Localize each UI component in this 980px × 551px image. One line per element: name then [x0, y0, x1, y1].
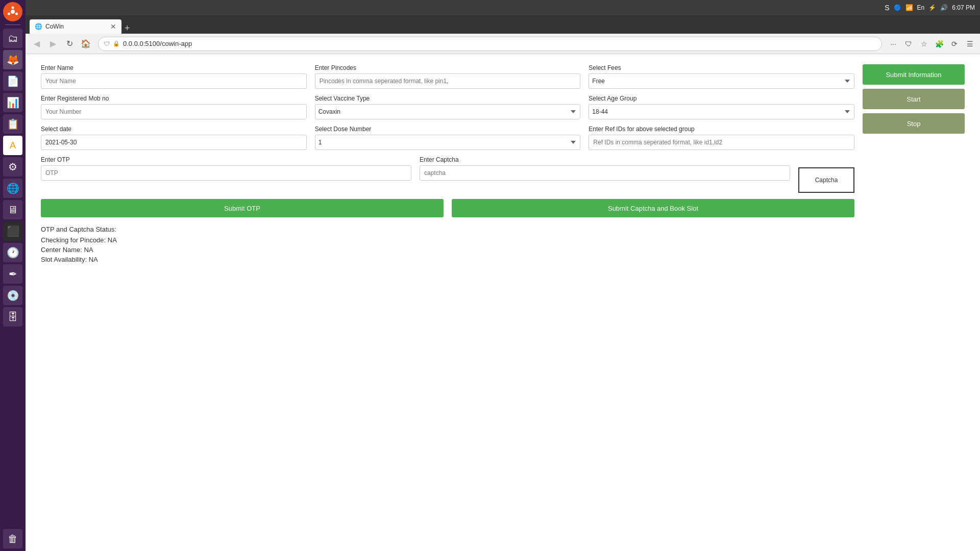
select-vaccine-dropdown[interactable]: Covaxin Covishield Sputnik V — [315, 104, 581, 119]
enter-otp-label: Enter OTP — [41, 156, 411, 163]
storage-icon[interactable]: 🗄 — [3, 307, 22, 327]
text-editor-icon[interactable]: 📄 — [3, 71, 22, 91]
tab-bar: 🌐 CoWin ✕ + — [26, 15, 980, 34]
enter-mob-input[interactable] — [41, 104, 307, 119]
tab-favicon: 🌐 — [35, 23, 42, 30]
page-content: Enter Name Enter Pincodes Select Fees Fr… — [26, 54, 980, 551]
name-group: Enter Name — [41, 64, 307, 89]
home-button[interactable]: 🏠 — [79, 37, 93, 51]
open-menu-button[interactable]: ☰ — [964, 38, 976, 50]
enter-otp-input[interactable] — [41, 165, 411, 181]
ref-ids-group: Enter Ref IDs for above selected group — [589, 126, 854, 150]
lang-indicator: En — [917, 4, 925, 11]
tab-close-button[interactable]: ✕ — [110, 22, 116, 31]
otp-captcha-row: Enter OTP Enter Captcha . Captcha — [41, 156, 854, 193]
toolbar-right: ··· 🛡 ☆ 🧩 ⟳ ☰ — [887, 38, 976, 50]
terminal-icon[interactable]: ⬛ — [3, 221, 22, 241]
settings-icon[interactable]: ⚙ — [3, 157, 22, 177]
select-date-label: Select date — [41, 126, 307, 133]
address-bar-container: 🛡 🔒 — [98, 37, 882, 51]
fees-group: Select Fees Free Paid — [589, 64, 854, 89]
clock-display: 6:07 PM — [952, 4, 975, 11]
status-title: OTP and Captcha Status: — [41, 226, 854, 233]
enter-ref-ids-input[interactable] — [589, 135, 854, 150]
svg-point-3 — [15, 13, 18, 15]
system-tray: S 🔵 📶 En ⚡ 🔊 6:07 PM — [26, 0, 980, 15]
form-row-2: Enter Registered Mob no Select Vaccine T… — [41, 95, 854, 119]
submit-buttons-row: Submit OTP Submit Captcha and Book Slot — [41, 199, 854, 217]
form-row-3: Select date Select Dose Number 1 2 Enter… — [41, 126, 854, 150]
screen-icon[interactable]: 🖥 — [3, 200, 22, 219]
extensions-button[interactable]: 🧩 — [933, 38, 945, 50]
impress-icon[interactable]: 📋 — [3, 114, 22, 134]
dose-group: Select Dose Number 1 2 — [315, 126, 581, 150]
firefox-icon[interactable]: 🦊 — [3, 50, 22, 69]
amazon-icon[interactable]: A — [3, 136, 22, 155]
status-section: OTP and Captcha Status: Checking for Pin… — [41, 226, 854, 263]
captcha-label: Captcha — [815, 177, 838, 184]
taskbar-separator-1 — [5, 24, 20, 25]
new-tab-button[interactable]: + — [125, 23, 130, 34]
lock-icon: 🔒 — [113, 40, 120, 47]
select-age-label: Select Age Group — [589, 95, 854, 102]
enter-captcha-input[interactable] — [420, 165, 790, 181]
enter-pincodes-input[interactable] — [315, 73, 581, 89]
age-group: Select Age Group 18-44 45+ — [589, 95, 854, 119]
select-dose-label: Select Dose Number — [315, 126, 581, 133]
select-date-input[interactable] — [41, 135, 307, 150]
more-tools-button[interactable]: ··· — [887, 38, 899, 50]
clock-icon[interactable]: 🕐 — [3, 243, 22, 262]
back-button[interactable]: ◀ — [30, 37, 44, 51]
browser-tab[interactable]: 🌐 CoWin ✕ — [30, 19, 121, 34]
stop-button[interactable]: Stop — [863, 113, 965, 134]
vaccine-group: Select Vaccine Type Covaxin Covishield S… — [315, 95, 581, 119]
star-button[interactable]: ☆ — [918, 38, 930, 50]
volume-icon: 🔊 — [940, 4, 948, 11]
enter-mob-label: Enter Registered Mob no — [41, 95, 307, 102]
otp-group: Enter OTP — [41, 156, 411, 193]
main-layout: Enter Name Enter Pincodes Select Fees Fr… — [41, 64, 965, 265]
start-button[interactable]: Start — [863, 89, 965, 109]
ubuntu-icon[interactable] — [3, 2, 22, 21]
sync-button[interactable]: ⟳ — [948, 38, 961, 50]
enter-ref-ids-label: Enter Ref IDs for above selected group — [589, 126, 854, 133]
center-name: Center Name: NA — [41, 246, 854, 254]
form-row-1: Enter Name Enter Pincodes Select Fees Fr… — [41, 64, 854, 89]
calc-icon[interactable]: 📊 — [3, 93, 22, 112]
date-group: Select date — [41, 126, 307, 150]
address-bar[interactable] — [123, 40, 876, 47]
svg-point-1 — [11, 10, 15, 14]
select-fees-dropdown[interactable]: Free Paid — [589, 73, 854, 89]
form-section: Enter Name Enter Pincodes Select Fees Fr… — [41, 64, 854, 265]
select-fees-label: Select Fees — [589, 64, 854, 71]
enter-name-label: Enter Name — [41, 64, 307, 71]
right-buttons: Submit Information Start Stop — [863, 64, 965, 265]
slot-availability: Slot Availability: NA — [41, 256, 854, 263]
captcha-image-group: . Captcha — [798, 156, 854, 193]
files-icon[interactable]: 🗂 — [3, 29, 22, 48]
submit-information-button[interactable]: Submit Information — [863, 64, 965, 85]
reload-button[interactable]: ↻ — [62, 37, 77, 51]
shield-icon: 🛡 — [104, 40, 110, 47]
tab-title: CoWin — [45, 23, 107, 30]
select-age-dropdown[interactable]: 18-44 45+ — [589, 104, 854, 119]
select-dose-dropdown[interactable]: 1 2 — [315, 135, 581, 150]
bookmark-button[interactable]: 🛡 — [902, 38, 915, 50]
writer-icon[interactable]: ✒ — [3, 264, 22, 284]
enter-captcha-label: Enter Captcha — [420, 156, 790, 163]
browser-window: S 🔵 📶 En ⚡ 🔊 6:07 PM 🌐 CoWin ✕ + ◀ ▶ ↻ 🏠… — [26, 0, 980, 551]
submit-otp-button[interactable]: Submit OTP — [41, 199, 444, 217]
chrome-icon[interactable]: 🌐 — [3, 179, 22, 198]
forward-button[interactable]: ▶ — [46, 37, 60, 51]
enter-name-input[interactable] — [41, 73, 307, 89]
trash-icon[interactable]: 🗑 — [3, 529, 22, 548]
pincodes-group: Enter Pincodes — [315, 64, 581, 89]
power-icon: ⚡ — [928, 4, 936, 11]
select-vaccine-label: Select Vaccine Type — [315, 95, 581, 102]
disk-icon[interactable]: 💿 — [3, 286, 22, 305]
captcha-image: Captcha — [798, 167, 854, 193]
network-icon: 📶 — [905, 4, 913, 11]
captcha-group: Enter Captcha — [420, 156, 790, 193]
mob-group: Enter Registered Mob no — [41, 95, 307, 119]
submit-captcha-button[interactable]: Submit Captcha and Book Slot — [452, 199, 854, 217]
